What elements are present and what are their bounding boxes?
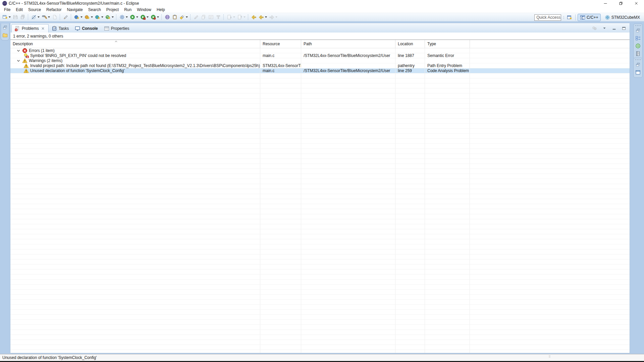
run-button[interactable] (129, 13, 139, 21)
debug-button[interactable] (118, 13, 129, 21)
minimize-window-button[interactable] (598, 0, 613, 7)
new-cpp-project-button[interactable] (104, 13, 115, 21)
mark-occurrences-button[interactable] (62, 13, 69, 21)
drag-grip[interactable] (635, 25, 641, 26)
drag-grip[interactable] (635, 59, 641, 60)
perspective-cubemx-button[interactable]: STM32CubeMX (603, 14, 642, 21)
column-resource[interactable]: Resource (260, 40, 301, 48)
menu-project[interactable]: Project (104, 7, 121, 13)
external-tools-button[interactable] (139, 13, 150, 21)
table-row-empty (10, 184, 630, 189)
previous-annotation-button[interactable] (236, 13, 247, 21)
column-type[interactable]: Type (425, 40, 470, 48)
new-cpp-class-button[interactable] (73, 13, 84, 21)
restore-view-button[interactable] (635, 27, 641, 34)
tab-properties[interactable]: Properties (101, 24, 132, 33)
restore-view-button[interactable] (2, 24, 8, 31)
minimized-project-explorer-button[interactable] (2, 32, 8, 38)
quick-access-input[interactable]: Quick Access (534, 14, 561, 21)
new-document-button[interactable] (51, 13, 58, 21)
new-c-file-button[interactable] (84, 13, 94, 21)
cell-description: Unused declaration of function 'SystemCl… (10, 68, 260, 73)
status-grip[interactable]: ⁞⁞ (549, 356, 550, 358)
cell-filler (470, 149, 630, 154)
menu-edit[interactable]: Edit (13, 7, 25, 13)
minimized-target-view-button[interactable] (635, 43, 641, 49)
save-button[interactable] (12, 13, 19, 21)
problems-group-row[interactable]: Warnings (2 items) (10, 58, 630, 63)
skip-all-breakpoints-button[interactable] (30, 13, 41, 21)
menu-run[interactable]: Run (121, 7, 134, 13)
tab-tasks[interactable]: Tasks (49, 24, 72, 33)
profile-button[interactable] (150, 13, 160, 21)
perspective-cdt-button[interactable]: C/C++ (578, 14, 601, 21)
menu-help[interactable]: Help (154, 7, 168, 13)
new-wizard-button[interactable] (1, 13, 12, 21)
save-all-button[interactable] (19, 13, 26, 21)
cell-type (425, 199, 470, 204)
menu-search[interactable]: Search (86, 7, 104, 13)
open-task-button[interactable] (171, 13, 178, 21)
minimized-notes-view-button[interactable] (635, 51, 641, 57)
menu-file[interactable]: File (1, 7, 13, 13)
minimized-editor-area-button[interactable] (635, 69, 641, 75)
restore-window-button[interactable] (613, 0, 629, 7)
cell-description (10, 315, 260, 320)
problem-row[interactable]: Symbol 'BNRG_SPI_EXTI_PIN' could not be … (10, 53, 630, 58)
cell-type (425, 254, 470, 259)
table-row-empty (10, 139, 630, 144)
search-button[interactable] (178, 13, 189, 21)
view-menu-chevron-icon[interactable] (602, 26, 607, 31)
restore-view-button[interactable] (635, 62, 641, 68)
build-all-button[interactable] (41, 13, 51, 21)
menu-source[interactable]: Source (25, 7, 44, 13)
cell-type (425, 194, 470, 199)
column-path[interactable]: Path (301, 40, 395, 48)
cell-resource (260, 335, 301, 340)
show-list-button[interactable] (207, 13, 215, 21)
new-c-project-button[interactable] (94, 13, 104, 21)
back-button[interactable] (258, 13, 268, 21)
show-source-button[interactable] (215, 13, 222, 21)
focus-filter-icon[interactable] (592, 25, 597, 31)
restore-icon (619, 1, 623, 6)
cell-description (10, 164, 260, 169)
next-annotation-button[interactable] (226, 13, 236, 21)
menu-refactor[interactable]: Refactor (44, 7, 64, 13)
cell-description (10, 345, 260, 350)
cell-type (425, 310, 470, 315)
maximize-view-icon[interactable] (622, 26, 626, 31)
edit-button[interactable] (193, 13, 200, 21)
toolbar-separator (60, 14, 61, 20)
column-description[interactable]: Description (10, 40, 260, 48)
open-element-button[interactable] (164, 13, 171, 21)
problem-row[interactable]: Invalid project path: Include path not f… (10, 63, 630, 68)
cell-type (425, 119, 470, 124)
open-perspective-button[interactable] (566, 14, 573, 21)
tab-console[interactable]: Console (72, 24, 101, 33)
cell-description (10, 204, 260, 209)
menu-window[interactable]: Window (134, 7, 154, 13)
last-edit-location-button[interactable] (250, 13, 258, 21)
problem-row[interactable]: Unused declaration of function 'SystemCl… (10, 68, 630, 73)
cell-location (395, 124, 425, 129)
cell-type (425, 219, 470, 224)
forward-button[interactable] (268, 13, 278, 21)
copy-button[interactable] (200, 13, 207, 21)
minimize-view-icon[interactable] (612, 26, 616, 31)
problems-group-row[interactable]: Errors (1 item) (10, 48, 630, 53)
cell-filler (470, 269, 630, 275)
cell-filler (470, 104, 630, 109)
cell-path (301, 119, 395, 124)
cell-path (301, 99, 395, 104)
menu-navigate[interactable]: Navigate (64, 7, 85, 13)
cell-type (425, 164, 470, 169)
close-tab-icon[interactable] (41, 26, 45, 31)
tab-problems[interactable]: Problems (11, 24, 49, 33)
minimized-outline-view-button[interactable] (635, 35, 641, 41)
cell-location (395, 290, 425, 295)
cell-resource (260, 159, 301, 164)
column-location[interactable]: Location (395, 40, 425, 48)
cell-location (395, 350, 425, 353)
close-window-button[interactable] (629, 0, 644, 7)
